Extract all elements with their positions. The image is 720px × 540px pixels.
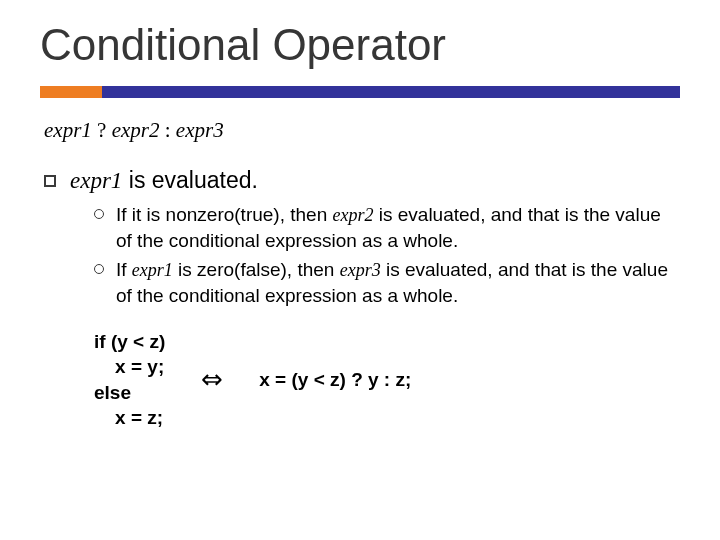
slide-title: Conditional Operator [40, 20, 680, 70]
square-bullet-icon [44, 175, 56, 187]
code-comparison: if (y < z) x = y; else x = z; ⇔ x = (y <… [40, 329, 680, 432]
sub2-expr1: expr1 [132, 260, 173, 280]
sub2-expr3: expr3 [340, 260, 381, 280]
circle-bullet-icon [94, 264, 104, 274]
sub2-pre: If [116, 259, 132, 280]
syntax-expr1: expr1 [44, 118, 92, 142]
sub-bullet-2: If expr1 is zero(false), then expr3 is e… [94, 257, 680, 308]
bullet-expr1: expr1 [70, 168, 122, 193]
sub-bullet-1: If it is nonzero(true), then expr2 is ev… [94, 202, 680, 253]
code-ternary: x = (y < z) ? y : z; [259, 369, 411, 391]
syntax-colon: : [159, 118, 175, 142]
sub1-expr2: expr2 [333, 205, 374, 225]
bullet-rest: is evaluated. [122, 167, 258, 193]
syntax-expr2: expr2 [112, 118, 160, 142]
syntax-line: expr1 ? expr2 : expr3 [40, 118, 680, 143]
sub-bullet-1-text: If it is nonzero(true), then expr2 is ev… [116, 202, 680, 253]
main-bullet: expr1 is evaluated. [40, 167, 680, 194]
circle-bullet-icon [94, 209, 104, 219]
code-if-else: if (y < z) x = y; else x = z; [94, 329, 165, 432]
sub-bullet-2-text: If expr1 is zero(false), then expr3 is e… [116, 257, 680, 308]
accent-bar [40, 86, 680, 98]
slide: Conditional Operator expr1 ? expr2 : exp… [0, 0, 720, 461]
syntax-question: ? [92, 118, 112, 142]
equiv-arrow-icon: ⇔ [201, 364, 223, 395]
syntax-expr3: expr3 [176, 118, 224, 142]
main-bullet-text: expr1 is evaluated. [70, 167, 258, 194]
sub1-pre: If it is nonzero(true), then [116, 204, 333, 225]
sub-bullet-list: If it is nonzero(true), then expr2 is ev… [40, 202, 680, 309]
sub2-mid: is zero(false), then [173, 259, 340, 280]
